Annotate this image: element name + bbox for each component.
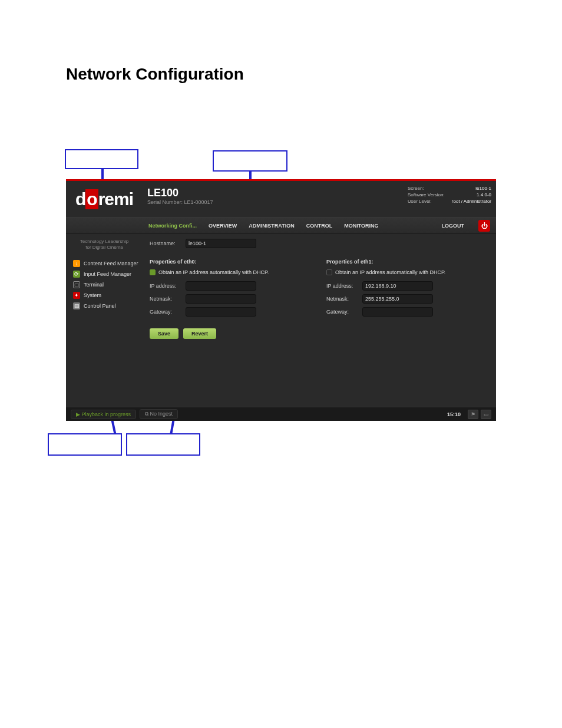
tab-administration[interactable]: ADMINISTRATION	[243, 223, 300, 229]
eth1-ip-input[interactable]	[362, 281, 433, 291]
input-icon: ⟳	[73, 271, 80, 278]
ingest-status: ⧉ No Ingest	[140, 409, 178, 419]
eth1-netmask-input[interactable]	[362, 294, 433, 304]
clock: 15:10	[447, 411, 461, 417]
gear-icon: ✦	[73, 292, 80, 299]
footer-icon[interactable]: ⚑	[468, 410, 478, 419]
panel-icon: ▤	[73, 302, 80, 309]
eth1-dhcp-checkbox[interactable]	[326, 269, 332, 275]
hostname-input[interactable]	[186, 239, 256, 248]
status-value: 1.4.0-0	[477, 192, 491, 197]
tab-control[interactable]: CONTROL	[300, 223, 339, 229]
eth0-netmask-label: Netmask:	[150, 296, 182, 302]
product-title: LE100	[147, 187, 408, 199]
eth1-netmask-label: Netmask:	[326, 296, 359, 302]
callout-box	[126, 433, 200, 456]
tab-networking[interactable]: Networking Confi...	[143, 223, 203, 229]
bullet-item	[94, 475, 507, 486]
eth1-gateway-label: Gateway:	[326, 309, 359, 315]
eth1-ip-label: IP address:	[326, 283, 359, 289]
eth0-ip-label: IP address:	[150, 283, 182, 289]
sidebar-item-input-feed[interactable]: ⟳Input Feed Manager	[66, 269, 143, 279]
callout-box	[48, 433, 122, 456]
eth0-gateway-label: Gateway:	[150, 309, 182, 315]
hostname-label: Hostname:	[150, 241, 182, 246]
sidebar-item-terminal[interactable]: ▢Terminal	[66, 279, 143, 290]
status-label: Software Version:	[408, 192, 445, 197]
tab-overview[interactable]: OVERVIEW	[203, 223, 243, 229]
eth0-heading: Properties of eth0:	[150, 259, 303, 265]
tab-monitoring[interactable]: MONITORING	[338, 223, 384, 229]
sidebar-item-system[interactable]: ✦System	[66, 290, 143, 301]
sidebar-item-control-panel[interactable]: ▤Control Panel	[66, 301, 143, 311]
eth0-dhcp-checkbox[interactable]	[150, 269, 156, 275]
serial-number: Serial Number: LE1-000017	[147, 199, 408, 205]
bullet-item: (hidden instructional text)	[80, 107, 496, 118]
callout-box	[213, 150, 287, 172]
eth1-dhcp-label: Obtain an IP address automatically with …	[335, 269, 445, 275]
eth0-netmask-input[interactable]	[186, 294, 256, 304]
tagline: Technology Leadership for Digital Cinema	[66, 239, 143, 250]
status-value: le100-1	[475, 186, 491, 191]
status-label: Screen:	[408, 186, 424, 191]
revert-button[interactable]: Revert	[183, 328, 216, 339]
sidebar-item-content-feed[interactable]: ↓Content Feed Manager	[66, 258, 143, 269]
download-icon: ↓	[73, 260, 80, 267]
eth0-gateway-input[interactable]	[186, 307, 256, 317]
logout-button[interactable]: LOGOUT	[434, 223, 473, 229]
app-window: doremi LE100 Serial Number: LE1-000017 S…	[66, 179, 496, 421]
footer-icon[interactable]: ▭	[481, 410, 491, 419]
playback-status: ▶ Playback in progress	[71, 410, 136, 419]
callout-box	[65, 149, 138, 169]
eth1-gateway-input[interactable]	[362, 307, 433, 317]
eth1-heading: Properties of eth1:	[326, 259, 480, 265]
save-button[interactable]: Save	[150, 328, 178, 339]
bullet-item	[94, 509, 507, 521]
logo: doremi	[66, 181, 143, 218]
bullet-item	[94, 573, 507, 584]
eth0-dhcp-label: Obtain an IP address automatically with …	[158, 269, 269, 275]
terminal-icon: ▢	[73, 281, 80, 288]
power-icon[interactable]: ⏻	[478, 220, 490, 232]
eth0-ip-input[interactable]	[186, 281, 256, 291]
page-heading: Network Configuration	[66, 65, 496, 84]
status-label: User Level:	[408, 199, 431, 204]
status-value: root / Administrator	[452, 199, 491, 204]
sidebar: Technology Leadership for Digital Cinema…	[66, 234, 143, 406]
